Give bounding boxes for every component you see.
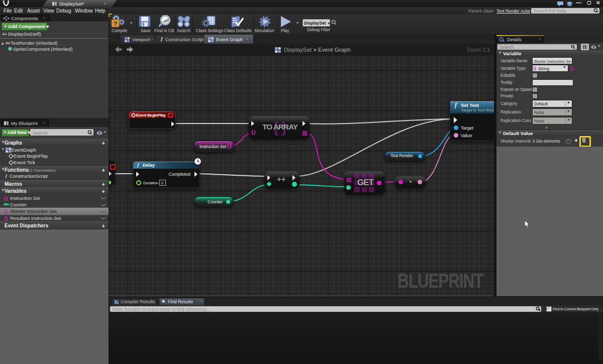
svg-text:?: ? [114,20,118,28]
svg-text:i: i [501,38,501,41]
